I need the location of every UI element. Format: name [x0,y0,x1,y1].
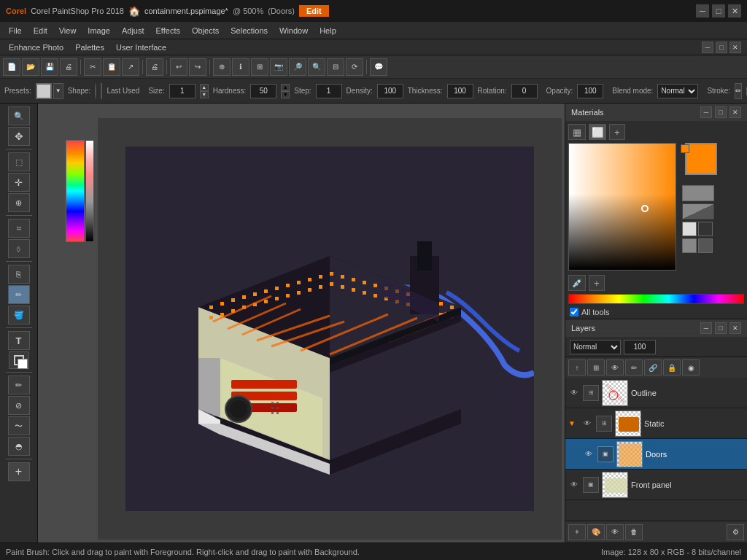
menu-window[interactable]: Window [274,25,314,36]
home-icon[interactable]: 🏠 [128,6,140,17]
zoom-out-btn[interactable]: 🔍 [308,58,325,76]
menu-edit[interactable]: Edit [28,25,53,36]
rotation-input[interactable] [511,84,538,98]
layer-eye-btn[interactable]: 👁 [606,524,624,540]
zoom-fit-btn[interactable]: ⊟ [327,58,344,76]
crop-tool-btn[interactable]: ⌗ [8,219,30,238]
layer-settings-btn[interactable]: ⚙ [727,524,744,540]
layers-minimize-btn[interactable]: ─ [700,322,712,334]
menu-file[interactable]: File [3,25,28,36]
minimize-button[interactable]: ─ [696,4,709,18]
layer-opacity-input[interactable] [624,340,656,354]
canvas-area[interactable] [38,104,565,542]
fill-tool-btn[interactable]: 🪣 [8,306,30,324]
layer-up-btn[interactable]: ↑ [568,359,586,376]
eyedropper-btn[interactable]: 💉 [568,275,586,291]
menu-view[interactable]: View [53,25,82,36]
straighten-tool-btn[interactable]: ⎀ [8,239,30,258]
menu-selections[interactable]: Selections [225,25,274,36]
print-btn[interactable]: 🖨 [60,58,77,76]
grid-btn[interactable]: ⊞ [251,58,268,76]
layer-delete-btn[interactable]: 🗑 [625,524,643,540]
layer-visibility-btn[interactable]: 👁 [606,359,624,376]
copy-btn[interactable]: 📋 [103,58,120,76]
swatches-tab[interactable]: ▦ [568,124,586,140]
menu-effects[interactable]: Effects [150,25,186,36]
preset-dropdown-btn[interactable]: ▼ [53,83,63,99]
size-input[interactable] [169,84,196,98]
menu-image[interactable]: Image [82,25,116,36]
transform-btn[interactable]: ⊕ [213,58,231,76]
layer-edit-btn[interactable]: ✏ [625,359,643,376]
layer-item-doors[interactable]: 👁 ▣ Doors [565,439,747,470]
add-color-btn[interactable]: + [589,275,605,291]
menu-objects[interactable]: Objects [186,25,225,36]
add-btn[interactable]: + [8,462,30,481]
layer-vis-outline[interactable]: 👁 [568,387,580,399]
open-file-btn[interactable]: 📂 [22,58,39,76]
swatch-mid1[interactable] [682,238,697,253]
new-file-btn[interactable]: 📄 [3,58,20,76]
smudge-tool-btn[interactable]: 〜 [8,416,30,435]
layer-palette-btn[interactable]: 🎨 [587,524,605,540]
cut-btn[interactable]: ✂ [84,58,101,76]
hardness-up-btn[interactable]: ▲ [281,84,290,91]
layers-close-btn[interactable]: ✕ [729,322,741,334]
swatch-mid2[interactable] [698,238,713,253]
layer-lock-btn[interactable]: 🔒 [663,359,681,376]
actual-size-btn[interactable]: ⟳ [346,58,363,76]
eraser-tool-btn[interactable]: ⊘ [8,396,30,415]
layers-float-btn[interactable]: □ [715,322,727,334]
layer-add-btn[interactable]: + [568,524,586,540]
materials-float-btn[interactable]: □ [715,106,727,118]
swatch-light[interactable] [682,222,697,236]
static-collapse-arrow[interactable]: ▼ [568,419,578,427]
misc-btn[interactable]: 💬 [370,58,387,76]
move-tool-btn[interactable]: ✛ [8,173,30,192]
text-tool-btn[interactable]: T [8,331,30,350]
undo-btn[interactable]: ↩ [170,58,187,76]
layer-item-static[interactable]: ▼ 👁 ⊞ Static [565,408,747,439]
layer-vis-static[interactable]: 👁 [581,418,593,429]
thickness-input[interactable] [447,84,473,98]
edit-badge[interactable]: Edit [299,5,329,17]
inner-close-btn[interactable]: ✕ [729,42,741,53]
layer-item-frontpanel[interactable]: 👁 ▣ Front panel [565,470,747,500]
layer-vis-frontpanel[interactable]: 👁 [568,479,580,491]
inner-maximize-btn[interactable]: □ [716,42,727,53]
opacity-input[interactable] [577,84,603,98]
selection-tool-btn[interactable]: ⬚ [8,152,30,171]
layer-link-btn[interactable]: 🔗 [644,359,662,376]
swatch-dark[interactable] [698,222,713,236]
background-swatch[interactable] [682,185,714,201]
layer-props-btn[interactable]: ⊞ [587,359,605,376]
maximize-button[interactable]: □ [712,4,725,18]
add-material-btn[interactable]: + [609,124,625,140]
layer-target-btn[interactable]: ◉ [682,359,700,376]
menu-adjust[interactable]: Adjust [116,25,150,36]
pen-tool-btn[interactable]: ✏ [8,376,30,394]
size-down-btn[interactable]: ▼ [200,91,209,98]
paint-brush-btn[interactable]: ✏ [8,285,30,304]
materials-minimize-btn[interactable]: ─ [700,106,712,118]
size-up-btn[interactable]: ▲ [200,84,209,91]
layer-blend-select[interactable]: Normal Multiply [570,340,621,354]
preset-swatch[interactable] [36,83,52,99]
all-tools-checkbox[interactable] [570,308,578,316]
clone-brush-btn[interactable]: ⎘ [8,265,30,284]
zoom-tool-btn[interactable]: 🔍 [8,106,30,125]
info-btn[interactable]: ℹ [232,58,249,76]
materials-close-btn[interactable]: ✕ [729,106,741,118]
layer-vis-doors[interactable]: 👁 [583,448,595,460]
dodge-burn-btn[interactable]: ◓ [8,437,30,456]
color-spectrum[interactable] [568,294,744,304]
gradient-tab[interactable]: ⬜ [589,124,606,140]
step-input[interactable] [316,84,342,98]
close-button[interactable]: ✕ [728,4,741,18]
hardness-input[interactable] [250,84,276,98]
camera-btn[interactable]: 📷 [270,58,287,76]
stroke-style-btn[interactable]: ✏ [735,83,742,99]
redo-btn[interactable]: ↪ [189,58,206,76]
blend-mode-select[interactable]: Normal Multiply Screen [657,84,698,98]
layer-item-outline[interactable]: 👁 ⊞ Outline [565,378,747,408]
